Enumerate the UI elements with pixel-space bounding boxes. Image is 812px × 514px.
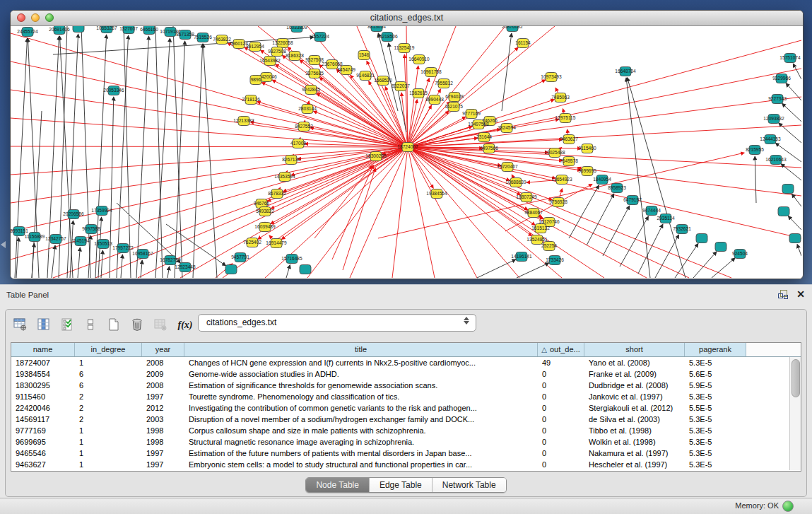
network-node[interactable]: 9242845 [302, 86, 320, 95]
network-node[interactable]: 24355724 [17, 28, 38, 37]
network-node[interactable]: 10958167 [132, 250, 153, 259]
tab-node-table[interactable]: Node Table [306, 478, 370, 492]
network-node[interactable]: 9327508 [268, 47, 286, 57]
network-node[interactable]: 12213383 [233, 117, 254, 126]
table-row[interactable]: 1830029562008Estimation of significance … [11, 380, 801, 391]
network-node[interactable]: 1840954 [593, 175, 611, 185]
network-node[interactable] [300, 265, 311, 274]
network-node[interactable]: 2935114 [657, 214, 675, 223]
network-node[interactable]: 13654923 [551, 175, 572, 185]
table-row[interactable]: 2242004622012Investigating the contribut… [11, 402, 801, 414]
new-table-button[interactable] [105, 316, 123, 334]
window-titlebar[interactable]: citations_edges.txt [11, 11, 803, 26]
column-selector-button[interactable] [35, 316, 53, 334]
tab-edge-table[interactable]: Edge Table [370, 478, 433, 492]
network-node[interactable]: 16782759 [160, 256, 181, 265]
network-node[interactable]: 20876082 [502, 26, 523, 32]
network-node[interactable]: 11156889 [25, 233, 45, 242]
network-node[interactable] [789, 234, 801, 243]
column-header-year[interactable]: year [142, 343, 184, 356]
table-row[interactable]: 946362711997Embryonic stem cells: a mode… [11, 459, 801, 470]
citation-network-graph[interactable]: 1872400718300295596012489129541322605893… [11, 26, 801, 279]
network-node[interactable]: 18807249 [516, 193, 537, 202]
table-row[interactable]: 1872400712008Changes of HCN gene express… [11, 357, 801, 368]
network-node[interactable]: 15716485 [281, 255, 302, 264]
network-node[interactable]: 12975115 [555, 114, 576, 123]
scrollbar-thumb[interactable] [792, 359, 800, 397]
network-node[interactable]: 10497568 [468, 120, 489, 129]
network-node[interactable]: 17957272 [112, 244, 134, 253]
vertical-scrollbar[interactable] [789, 357, 801, 470]
network-node[interactable]: 417008 [290, 139, 306, 148]
network-node[interactable] [73, 26, 84, 33]
network-node[interactable]: 10025488 [544, 148, 565, 158]
column-header-out-de-[interactable]: △out_de... [538, 343, 584, 356]
network-node[interactable]: 20053346 [103, 86, 124, 95]
select-columns-button[interactable] [58, 316, 76, 334]
network-node[interactable]: 16543982 [259, 57, 281, 66]
network-node[interactable]: 15751074 [779, 54, 801, 63]
network-node[interactable]: 10688639 [505, 178, 526, 187]
network-node[interactable]: 7649578 [560, 157, 578, 166]
network-node[interactable]: 8678332 [268, 189, 286, 199]
network-node[interactable]: 9699695 [578, 167, 596, 176]
network-node[interactable]: 8215955 [746, 146, 764, 155]
network-node[interactable]: 231644 [476, 133, 492, 142]
network-node[interactable] [225, 265, 237, 274]
import-table-button[interactable] [151, 316, 170, 334]
network-node[interactable]: 9884067 [524, 209, 543, 218]
network-node[interactable]: 252254 [541, 242, 557, 251]
network-node[interactable]: 7557224 [311, 33, 329, 42]
column-header-short[interactable]: short [584, 343, 685, 356]
network-node[interactable] [778, 207, 789, 216]
network-node[interactable]: 3824594 [498, 124, 516, 133]
column-header-title[interactable]: title [184, 343, 538, 356]
column-header-in-degree[interactable]: in_degree [75, 343, 142, 356]
network-node[interactable]: 12342757 [45, 235, 66, 244]
network-node[interactable]: 18300295 [365, 152, 387, 161]
network-node[interactable]: 7955812 [435, 79, 453, 88]
network-node[interactable]: 9474444 [642, 206, 661, 216]
combobox-arrows-icon[interactable] [464, 317, 469, 325]
delete-table-button[interactable] [128, 316, 146, 334]
network-node[interactable]: 16640910 [408, 55, 430, 64]
network-node[interactable]: 1546 [358, 51, 370, 60]
network-node[interactable]: 161154 [515, 39, 531, 48]
network-node[interactable]: 13226058 [272, 39, 293, 48]
network-node[interactable]: 12444153 [760, 135, 781, 144]
panel-collapse-arrow[interactable] [1, 241, 6, 248]
network-node[interactable]: 17359924 [91, 206, 112, 216]
table-row[interactable]: 946554611997Estimation of the future num… [11, 448, 801, 459]
network-node[interactable]: 1621075 [445, 103, 463, 112]
network-node[interactable]: 6479197 [623, 196, 642, 205]
network-node[interactable]: 1568520 [374, 76, 392, 86]
network-node[interactable] [782, 185, 794, 194]
network-node[interactable]: 9146821 [356, 71, 375, 81]
network-node[interactable]: 10653287 [96, 26, 117, 33]
network-node[interactable]: 924504 [732, 250, 748, 259]
network-node[interactable]: 7625402 [243, 238, 261, 247]
table-row[interactable]: 911546021997Tourette syndrome. Phenomeno… [11, 391, 801, 402]
tab-network-table[interactable]: Network Table [433, 478, 506, 492]
network-node[interactable]: 16961758 [420, 68, 442, 77]
network-node[interactable]: 6794028 [445, 93, 464, 102]
network-node[interactable]: 16210643 [765, 156, 787, 165]
table-combobox[interactable]: citations_edges.txt [198, 314, 476, 332]
network-node[interactable]: 16914479 [266, 239, 287, 248]
network-node[interactable]: 19384554 [426, 189, 447, 199]
float-panel-icon[interactable] [778, 290, 788, 299]
table-settings-button[interactable] [11, 316, 30, 334]
network-node[interactable]: 9896 [250, 76, 261, 85]
close-panel-icon[interactable]: ✕ [796, 290, 805, 299]
network-node[interactable]: 8990448 [425, 95, 444, 105]
function-builder-button[interactable]: f(x) [175, 316, 196, 334]
network-canvas[interactable]: 1872400718300295596012489129541322605893… [11, 26, 801, 279]
table-row[interactable]: 977716911998Corpus callosum shape and si… [11, 425, 801, 436]
network-node[interactable]: 9327508 [305, 56, 324, 65]
network-node[interactable]: 20206586 [63, 210, 84, 219]
network-node[interactable]: 8186328 [286, 52, 304, 61]
network-node[interactable]: 8813054 [367, 26, 386, 32]
stacked-rows-button[interactable] [81, 316, 100, 334]
network-node[interactable]: 16033809 [286, 26, 307, 33]
table-row[interactable]: 1938455462009Genome-wide association stu… [11, 368, 801, 380]
